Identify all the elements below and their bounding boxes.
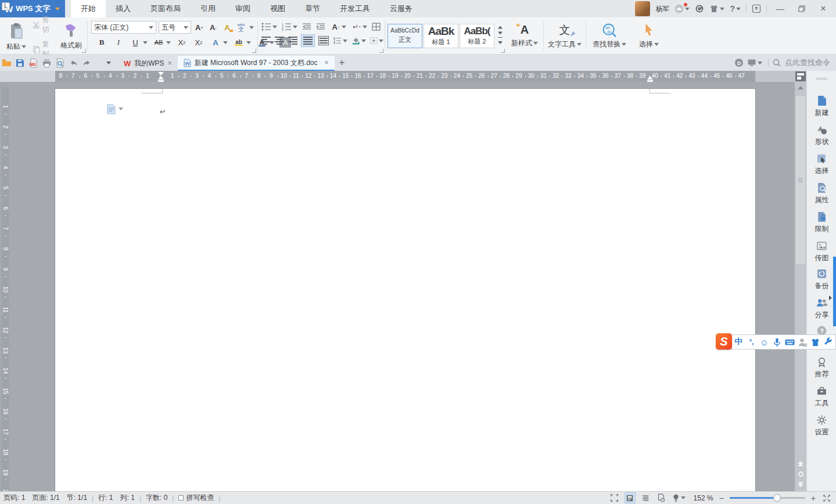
shading-bucket-icon[interactable] bbox=[351, 37, 360, 45]
sidebar-item-restrict[interactable]: 限制 bbox=[807, 211, 836, 234]
paragraph-layout-button[interactable]: ↵+ bbox=[351, 21, 363, 33]
style-heading1[interactable]: AaBk 标题 1 bbox=[424, 24, 458, 48]
new-tab-button[interactable]: + bbox=[339, 57, 345, 69]
scrollbar-thumb[interactable] bbox=[796, 96, 805, 264]
tab-view[interactable]: 视图 bbox=[260, 0, 295, 17]
sidebar-item-shapes[interactable]: 形状 bbox=[807, 124, 836, 147]
clipboard-dialog-launcher[interactable] bbox=[82, 49, 86, 53]
browse-object-button[interactable] bbox=[795, 469, 806, 478]
close-tab-icon[interactable]: × bbox=[168, 59, 172, 67]
font-size-select[interactable]: 五号 bbox=[159, 21, 191, 34]
borders-icon[interactable] bbox=[370, 37, 378, 45]
paragraph-dialog-launcher[interactable] bbox=[379, 49, 383, 53]
char-scale-button[interactable]: A↑ bbox=[330, 21, 342, 33]
status-word-count[interactable]: 字数: 0 bbox=[146, 493, 167, 503]
style-heading2[interactable]: AaBb( 标题 2 bbox=[460, 24, 494, 48]
paste-button[interactable]: 粘贴 bbox=[3, 20, 29, 54]
scroll-up-button[interactable] bbox=[795, 83, 806, 92]
font-family-select[interactable]: 宋体 (正文) bbox=[91, 21, 156, 34]
save-icon[interactable] bbox=[15, 58, 25, 68]
clear-format-button[interactable]: A bbox=[221, 21, 233, 33]
bold-button[interactable]: B bbox=[96, 37, 107, 48]
right-indent-marker[interactable] bbox=[647, 76, 653, 80]
styles-more-icon[interactable] bbox=[498, 37, 503, 46]
new-style-button[interactable]: A✦ 新样式 bbox=[506, 17, 543, 54]
sidebar-item-upload-image[interactable]: 传图 bbox=[807, 240, 836, 263]
zoom-value[interactable]: 152 % bbox=[694, 494, 713, 502]
play-d-icon[interactable]: D bbox=[734, 58, 744, 67]
minimize-button[interactable]: — bbox=[772, 2, 788, 15]
font-dialog-launcher[interactable] bbox=[252, 49, 256, 53]
previous-page-button[interactable] bbox=[795, 459, 806, 468]
avatar[interactable] bbox=[635, 1, 650, 16]
grow-font-button[interactable]: A+ bbox=[193, 21, 205, 33]
restore-button[interactable] bbox=[794, 2, 810, 15]
ruler-toggle-button[interactable] bbox=[795, 71, 806, 81]
fit-page-button[interactable] bbox=[821, 493, 831, 503]
sidebar-item-recommend[interactable]: 推荐 bbox=[807, 357, 836, 379]
tab-developer[interactable]: 开发工具 bbox=[330, 0, 380, 17]
ime-login-icon[interactable]: G bbox=[798, 337, 808, 347]
style-normal[interactable]: AaBbCcDd 正文 bbox=[387, 24, 422, 48]
align-center-icon[interactable] bbox=[275, 35, 284, 46]
collapse-ribbon-icon[interactable] bbox=[752, 4, 761, 13]
vertical-ruler[interactable]: 1234567891011121314151617181920 bbox=[2, 87, 9, 491]
sidebar-item-settings[interactable]: 设置 bbox=[807, 415, 836, 437]
sidebar-item-backup[interactable]: 备份 bbox=[807, 268, 836, 291]
help-button[interactable]: ? bbox=[730, 4, 741, 13]
select-button[interactable]: 选择 bbox=[633, 17, 665, 54]
document-page[interactable]: ↵ bbox=[55, 89, 755, 491]
sidebar-item-tools[interactable]: 工具 bbox=[807, 386, 836, 408]
customize-quickbar-icon[interactable] bbox=[106, 62, 111, 64]
styles-dialog-launcher[interactable] bbox=[501, 49, 505, 53]
print-preview-icon[interactable] bbox=[55, 58, 65, 68]
undo-icon[interactable] bbox=[69, 58, 78, 68]
styles-scroll-down-icon[interactable] bbox=[498, 32, 503, 35]
shrink-font-button[interactable]: A- bbox=[207, 21, 219, 33]
tab-stop-selector[interactable]: L bbox=[2, 2, 10, 10]
sidebar-item-new[interactable]: 新建 bbox=[807, 95, 836, 118]
zoom-slider[interactable] bbox=[730, 497, 805, 499]
decrease-indent-icon[interactable] bbox=[302, 23, 311, 31]
print-icon[interactable] bbox=[42, 58, 52, 68]
ime-mode-chinese[interactable]: 中 bbox=[734, 337, 744, 347]
tab-document[interactable]: 新建 Microsoft Word 97 - 2003 文档.doc × bbox=[178, 56, 335, 71]
tab-home[interactable]: 开始 bbox=[71, 0, 106, 17]
ime-wrench-icon[interactable] bbox=[823, 337, 833, 347]
switch-window-button[interactable] bbox=[747, 58, 762, 67]
close-button[interactable]: × bbox=[815, 2, 831, 15]
feedback-icon[interactable] bbox=[695, 4, 704, 13]
ime-keyboard-icon[interactable] bbox=[785, 337, 795, 347]
smart-tag[interactable] bbox=[106, 104, 123, 114]
grid-table-icon[interactable] bbox=[372, 23, 381, 31]
pinyin-guide-button[interactable]: wén 文 bbox=[235, 21, 247, 33]
export-pdf-icon[interactable]: PDF bbox=[28, 58, 38, 68]
tab-insert[interactable]: 插入 bbox=[106, 0, 141, 17]
underline-button[interactable]: U bbox=[130, 37, 141, 48]
increase-indent-icon[interactable] bbox=[316, 23, 325, 31]
styles-scroll-up-icon[interactable] bbox=[498, 26, 503, 29]
open-icon[interactable] bbox=[2, 58, 12, 68]
vertical-scrollbar[interactable] bbox=[795, 71, 806, 491]
tab-references[interactable]: 引用 bbox=[191, 0, 225, 17]
tab-section[interactable]: 章节 bbox=[295, 0, 330, 17]
cut-button[interactable]: 剪切 bbox=[33, 15, 56, 35]
ime-mic-icon[interactable] bbox=[772, 337, 782, 347]
format-painter-button[interactable]: 格式刷 bbox=[57, 20, 85, 54]
page-view-button[interactable] bbox=[625, 493, 635, 503]
spellcheck-toggle[interactable]: 拼写检查 bbox=[178, 493, 214, 503]
sidebar-item-select[interactable]: 选择 bbox=[807, 153, 836, 176]
skin-button[interactable] bbox=[709, 4, 724, 13]
align-left-icon[interactable] bbox=[261, 35, 271, 46]
fullscreen-view-button[interactable] bbox=[609, 493, 619, 503]
zoom-in-button[interactable]: + bbox=[811, 494, 816, 503]
user-name[interactable]: 杨军 bbox=[655, 4, 669, 14]
italic-button[interactable]: I bbox=[113, 37, 124, 48]
task-pane-stripe[interactable] bbox=[833, 257, 836, 326]
redo-icon[interactable] bbox=[82, 58, 92, 68]
text-effects-button[interactable]: A bbox=[210, 37, 221, 48]
highlight-button[interactable]: ab bbox=[233, 37, 245, 48]
tab-review[interactable]: 审阅 bbox=[225, 0, 260, 17]
expand-pane-arrow[interactable] bbox=[829, 296, 832, 300]
tab-my-wps[interactable]: W 我的WPS × bbox=[118, 56, 178, 71]
